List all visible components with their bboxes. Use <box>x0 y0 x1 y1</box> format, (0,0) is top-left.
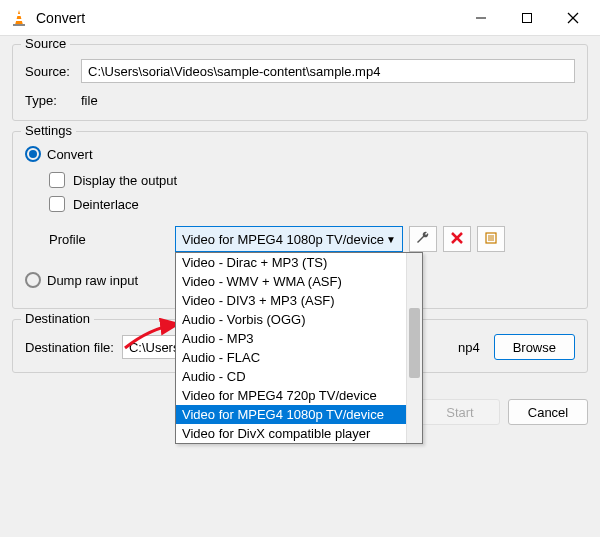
delete-profile-button[interactable] <box>443 226 471 252</box>
window-title: Convert <box>36 10 458 26</box>
profile-label: Profile <box>49 232 169 247</box>
start-button[interactable]: Start <box>420 399 500 425</box>
profile-option[interactable]: Audio - Vorbis (OGG) <box>176 310 406 329</box>
new-profile-button[interactable] <box>477 226 505 252</box>
maximize-button[interactable] <box>504 0 550 36</box>
dump-raw-radio[interactable] <box>25 272 41 288</box>
source-group-label: Source <box>21 36 70 51</box>
display-output-label: Display the output <box>73 173 177 188</box>
destination-file-label: Destination file: <box>25 340 114 355</box>
new-profile-icon <box>484 231 498 248</box>
window-controls <box>458 0 596 36</box>
source-group: Source Source: Type: file <box>12 44 588 121</box>
profile-option[interactable]: Video - Dirac + MP3 (TS) <box>176 253 406 272</box>
profile-option[interactable]: Video for MPEG4 720p TV/device <box>176 386 406 405</box>
profile-option[interactable]: Video - DIV3 + MP3 (ASF) <box>176 291 406 310</box>
profile-option[interactable]: Audio - MP3 <box>176 329 406 348</box>
wrench-icon <box>415 230 431 249</box>
profile-dropdown[interactable]: Video for MPEG4 1080p TV/device ▼ <box>175 226 403 252</box>
vlc-cone-icon <box>10 9 28 27</box>
svg-rect-5 <box>523 13 532 22</box>
source-input[interactable] <box>81 59 575 83</box>
minimize-button[interactable] <box>458 0 504 36</box>
dropdown-scrollbar[interactable] <box>406 253 422 443</box>
deinterlace-label: Deinterlace <box>73 197 139 212</box>
svg-rect-1 <box>17 14 21 16</box>
delete-x-icon <box>450 231 464 248</box>
titlebar: Convert <box>0 0 600 36</box>
svg-rect-2 <box>16 19 22 21</box>
deinterlace-checkbox[interactable] <box>49 196 65 212</box>
profile-option[interactable]: Video for DivX compatible player <box>176 424 406 443</box>
close-button[interactable] <box>550 0 596 36</box>
chevron-down-icon: ▼ <box>386 234 396 245</box>
settings-group: Settings Convert Display the output Dein… <box>12 131 588 309</box>
source-label: Source: <box>25 64 81 79</box>
convert-radio-label: Convert <box>47 147 93 162</box>
profile-option[interactable]: Audio - FLAC <box>176 348 406 367</box>
browse-button[interactable]: Browse <box>494 334 575 360</box>
type-value: file <box>81 93 98 108</box>
edit-profile-button[interactable] <box>409 226 437 252</box>
profile-option[interactable]: Video - WMV + WMA (ASF) <box>176 272 406 291</box>
profile-option[interactable]: Audio - CD <box>176 367 406 386</box>
profile-option[interactable]: Video for MPEG4 1080p TV/device <box>176 405 406 424</box>
svg-marker-0 <box>15 10 23 25</box>
profile-selected-text: Video for MPEG4 1080p TV/device <box>182 232 386 247</box>
dump-raw-label: Dump raw input <box>47 273 138 288</box>
type-label: Type: <box>25 93 81 108</box>
cancel-button[interactable]: Cancel <box>508 399 588 425</box>
convert-radio[interactable] <box>25 146 41 162</box>
scrollbar-thumb[interactable] <box>409 308 420 378</box>
destination-group-label: Destination <box>21 311 94 326</box>
settings-group-label: Settings <box>21 123 76 138</box>
profile-dropdown-list: Video - Dirac + MP3 (TS)Video - WMV + WM… <box>175 252 423 444</box>
destination-suffix: np4 <box>458 340 480 355</box>
display-output-checkbox[interactable] <box>49 172 65 188</box>
svg-rect-3 <box>13 24 25 26</box>
